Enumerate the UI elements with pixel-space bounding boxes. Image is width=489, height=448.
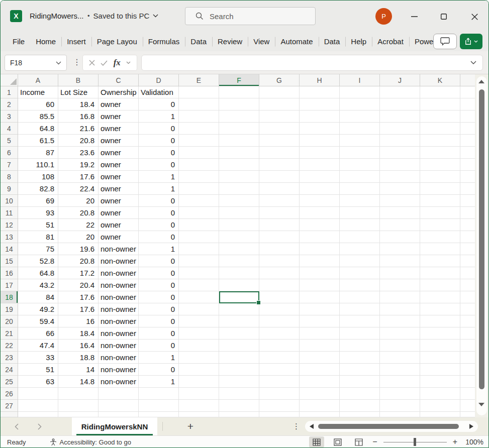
cell-F17[interactable]	[219, 279, 259, 291]
cell-partial[interactable]	[460, 159, 475, 171]
cell-C18[interactable]: non-owner	[99, 291, 139, 303]
cell-H13[interactable]	[300, 231, 340, 243]
cell-I21[interactable]	[340, 327, 380, 340]
row-header-18[interactable]: 18	[1, 291, 18, 303]
cell-H14[interactable]	[300, 243, 340, 255]
cell-C9[interactable]: owner	[99, 183, 139, 195]
cell-B14[interactable]: 19.6	[58, 243, 99, 255]
cell-K5[interactable]	[420, 135, 460, 147]
cell-G19[interactable]	[259, 303, 300, 315]
cell-partial[interactable]	[460, 110, 475, 123]
cell-F20[interactable]	[219, 315, 259, 327]
cell-J18[interactable]	[380, 291, 420, 303]
cell-H15[interactable]	[300, 255, 340, 267]
cell-G2[interactable]	[259, 98, 300, 110]
cell-E25[interactable]	[179, 376, 219, 388]
cell-C21[interactable]: non-owner	[99, 327, 139, 340]
cell-partial[interactable]	[460, 86, 475, 98]
cell-C26[interactable]	[99, 388, 139, 400]
cell-E5[interactable]	[179, 135, 219, 147]
cell-A19[interactable]: 49.2	[18, 303, 58, 315]
cell-B9[interactable]: 22.4	[58, 183, 99, 195]
cell-D27[interactable]	[139, 400, 179, 412]
row-header-27[interactable]: 27	[1, 400, 18, 412]
cell-I8[interactable]	[340, 171, 380, 183]
cell-B25[interactable]: 14.8	[58, 376, 99, 388]
cell-I13[interactable]	[340, 231, 380, 243]
cell-D11[interactable]: 0	[139, 207, 179, 219]
row-header-6[interactable]: 6	[1, 147, 18, 159]
cell-A26[interactable]	[18, 388, 58, 400]
page-layout-view-button[interactable]	[330, 436, 345, 447]
cell-K1[interactable]	[420, 86, 460, 98]
cell-C12[interactable]: owner	[99, 219, 139, 231]
column-header-A[interactable]: A	[18, 74, 58, 86]
cell-A20[interactable]: 59.4	[18, 315, 58, 327]
ribbon-tab-help[interactable]: Help	[345, 32, 372, 51]
cell-C25[interactable]: non-owner	[99, 376, 139, 388]
cell-partial[interactable]	[460, 303, 475, 315]
cell-C2[interactable]: owner	[99, 98, 139, 110]
cell-H7[interactable]	[300, 159, 340, 171]
cell-C6[interactable]: owner	[99, 147, 139, 159]
cell-H20[interactable]	[300, 315, 340, 327]
cell-I7[interactable]	[340, 159, 380, 171]
cell-K22[interactable]	[420, 340, 460, 352]
cell-A9[interactable]: 82.8	[18, 183, 58, 195]
cell-H5[interactable]	[300, 135, 340, 147]
cell-I19[interactable]	[340, 303, 380, 315]
cell-F6[interactable]	[219, 147, 259, 159]
cell-K20[interactable]	[420, 315, 460, 327]
cell-E19[interactable]	[179, 303, 219, 315]
cell-Kx[interactable]	[420, 412, 460, 417]
cell-partial[interactable]	[460, 327, 475, 340]
ribbon-tab-page-layou[interactable]: Page Layou	[91, 32, 143, 51]
cell-I23[interactable]	[340, 352, 380, 364]
cell-F14[interactable]	[219, 243, 259, 255]
cell-B13[interactable]: 20	[58, 231, 99, 243]
cell-I20[interactable]	[340, 315, 380, 327]
row-header-11[interactable]: 11	[1, 207, 18, 219]
ribbon-tab-data[interactable]: Data	[185, 32, 212, 51]
ribbon-tab-review[interactable]: Review	[212, 32, 248, 51]
cell-H22[interactable]	[300, 340, 340, 352]
scroll-right-icon[interactable]	[469, 424, 473, 429]
cell-F8[interactable]	[219, 171, 259, 183]
page-break-view-button[interactable]	[351, 436, 366, 447]
enter-check-icon[interactable]	[101, 60, 108, 66]
cell-B3[interactable]: 16.8	[58, 110, 99, 123]
cell-partial[interactable]	[460, 400, 475, 412]
cell-partial[interactable]	[460, 123, 475, 135]
cell-H12[interactable]	[300, 219, 340, 231]
minimize-button[interactable]	[404, 9, 424, 25]
cell-A4[interactable]: 64.8	[18, 123, 58, 135]
cell-D5[interactable]: 0	[139, 135, 179, 147]
cell-J23[interactable]	[380, 352, 420, 364]
cell-B27[interactable]	[58, 400, 99, 412]
normal-view-button[interactable]	[309, 436, 324, 447]
cell-D23[interactable]: 1	[139, 352, 179, 364]
cell-D25[interactable]: 1	[139, 376, 179, 388]
cell-A2[interactable]: 60	[18, 98, 58, 110]
next-sheet-button[interactable]	[34, 420, 46, 432]
cell-F22[interactable]	[219, 340, 259, 352]
cell-D18[interactable]: 0	[139, 291, 179, 303]
cell-K19[interactable]	[420, 303, 460, 315]
cell-B21[interactable]: 18.4	[58, 327, 99, 340]
cell-H19[interactable]	[300, 303, 340, 315]
cell-F4[interactable]	[219, 123, 259, 135]
cell-D13[interactable]: 0	[139, 231, 179, 243]
cell-F24[interactable]	[219, 364, 259, 376]
cell-H9[interactable]	[300, 183, 340, 195]
cell-G4[interactable]	[259, 123, 300, 135]
cell-H10[interactable]	[300, 195, 340, 207]
cell-H17[interactable]	[300, 279, 340, 291]
cell-I1[interactable]	[340, 86, 380, 98]
cell-C19[interactable]: non-owner	[99, 303, 139, 315]
ribbon-tab-automate[interactable]: Automate	[275, 32, 318, 51]
row-header-partial[interactable]	[1, 412, 18, 417]
cell-H25[interactable]	[300, 376, 340, 388]
cell-I22[interactable]	[340, 340, 380, 352]
cell-F2[interactable]	[219, 98, 259, 110]
row-header-13[interactable]: 13	[1, 231, 18, 243]
